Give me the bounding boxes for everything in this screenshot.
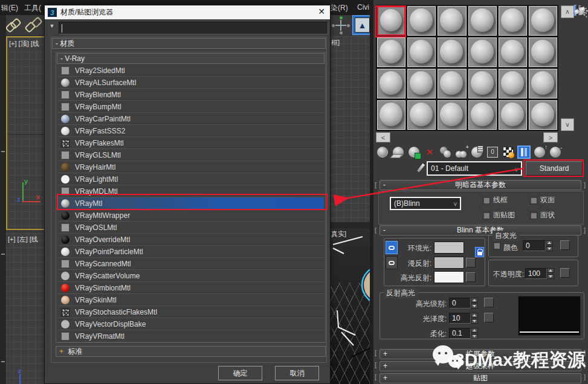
snap-toggle-icon[interactable] <box>332 16 350 34</box>
selfillum-color-checkbox[interactable] <box>493 242 500 249</box>
sample-slot-7[interactable] <box>377 37 405 67</box>
selfillum-value-field[interactable]: 0 <box>523 240 546 251</box>
material-item-VRayMtl[interactable]: VRayMtl <box>57 197 324 210</box>
group-header-standard[interactable]: + 标准 <box>56 346 326 357</box>
checkbox-双面[interactable]: 双面 <box>530 195 577 205</box>
material-name-dropdown[interactable]: 01 - Default ∨ <box>427 161 522 176</box>
material-item-VRayGLSLMtl[interactable]: VRayGLSLMtl <box>57 149 324 161</box>
sample-slot-6[interactable] <box>529 6 557 36</box>
close-icon[interactable]: ✕ <box>318 7 325 16</box>
material-type-button[interactable]: Standard <box>526 161 583 176</box>
viewport-front-fragment[interactable]: 框] <box>329 36 370 222</box>
sample-slot-21[interactable] <box>438 100 466 130</box>
material-item-VRayCarPaintMtl[interactable]: VRayCarPaintMtl <box>57 113 324 125</box>
sample-slot-9[interactable] <box>438 37 466 67</box>
material-item-VRayMtlWrapper[interactable]: VRayMtlWrapper <box>57 210 324 222</box>
viewport-front-label-fragment[interactable]: 框] <box>331 38 340 47</box>
sample-slot-22[interactable] <box>468 100 497 130</box>
specular-color-swatch[interactable] <box>434 271 464 283</box>
material-item-VRayHairMtl[interactable]: VRayHairMtl <box>57 161 324 173</box>
show-map-in-viewport-icon[interactable] <box>503 147 514 158</box>
put-material-to-scene-icon[interactable] <box>393 147 404 158</box>
sample-slot-8[interactable] <box>407 37 436 67</box>
sample-slot-23[interactable] <box>499 100 527 130</box>
dialog-title-bar[interactable]: 3 材质/贴图浏览器 ✕ <box>45 5 330 19</box>
rollout-扩展参数[interactable]: +扩展参数 <box>380 349 581 359</box>
material-item-VRayBumpMtl[interactable]: VRayBumpMtl <box>57 101 324 113</box>
material-item-VRayStochasticFlakesMtl[interactable]: VRayStochasticFlakesMtl <box>57 306 324 318</box>
sample-slot-3[interactable] <box>438 6 466 36</box>
material-map-navigator-icon[interactable] <box>579 5 580 15</box>
reset-material-icon[interactable]: ✕ <box>424 147 435 158</box>
opacity-value-field[interactable]: 100 <box>525 268 547 279</box>
search-input[interactable] <box>59 22 328 34</box>
menu-render-fragment[interactable]: 染(R) <box>331 3 348 13</box>
param-spinner[interactable] <box>471 328 478 339</box>
sample-slot-12[interactable] <box>529 37 557 67</box>
opacity-map-button[interactable] <box>560 268 570 278</box>
slots-scroll-left-button[interactable]: < <box>376 132 390 142</box>
cancel-button[interactable]: 取消 <box>275 366 319 380</box>
material-item-VRayOSLMtl[interactable]: VRayOSLMtl <box>57 222 324 234</box>
material-id-channel-icon[interactable]: 0 <box>487 147 498 158</box>
material-item-VRayVectorDisplBake[interactable]: VRayVectorDisplBake <box>57 318 324 330</box>
param-spinner[interactable] <box>471 298 478 309</box>
material-item-VRay2SidedMtl[interactable]: VRay2SidedMtl <box>57 65 324 77</box>
menu-civil-fragment[interactable]: Civi <box>357 3 369 11</box>
ok-button[interactable]: 确定 <box>218 366 262 380</box>
opacity-spinner[interactable] <box>547 268 554 279</box>
viewport-bottom[interactable]: [+] [左] [线 z <box>6 233 45 384</box>
sample-slot-14[interactable] <box>407 69 436 98</box>
material-item-VRaySimbiontMtl[interactable]: VRaySimbiontMtl <box>57 282 324 294</box>
checkbox-面状[interactable]: 面状 <box>530 210 577 220</box>
shader-type-dropdown[interactable]: (B)Blinn ∨ <box>390 197 461 210</box>
group-header-vray[interactable]: - V-Ray <box>57 53 325 64</box>
sample-slot-2[interactable] <box>407 6 436 36</box>
sample-slot-24[interactable] <box>529 100 557 130</box>
selfillum-spinner[interactable] <box>546 240 553 251</box>
sample-slot-19[interactable] <box>377 100 405 130</box>
put-to-library-icon[interactable] <box>471 147 482 158</box>
menu-edit-fragment[interactable]: 辑(E) <box>1 3 18 13</box>
diffuse-map-button[interactable] <box>466 258 476 267</box>
checkbox-面贴图[interactable]: 面贴图 <box>483 210 530 220</box>
checkbox-线框[interactable]: 线框 <box>483 195 530 205</box>
rollout-超级采样[interactable]: +超级采样 <box>380 361 581 371</box>
material-item-VRayOverrideMtl[interactable]: VRayOverrideMtl <box>57 234 324 246</box>
viewport-top[interactable]: [+] [顶] [线 y x z <box>6 36 45 230</box>
rollout-贴图[interactable]: +贴图 <box>380 373 581 383</box>
go-forward-sibling-icon[interactable]: → <box>550 147 561 158</box>
slots-scroll-down-button[interactable]: ∨ <box>561 118 574 131</box>
material-item-VRayScannedMtl[interactable]: VRayScannedMtl <box>57 258 324 270</box>
material-item-VRayBlendMtl[interactable]: VRayBlendMtl <box>57 89 324 101</box>
material-item-VRayMDLMtl[interactable]: VRayMDLMtl <box>57 185 324 197</box>
sample-slot-17[interactable] <box>499 69 527 98</box>
sample-slot-4[interactable] <box>468 6 497 36</box>
material-item-VRayPointParticleMtl[interactable]: VRayPointParticleMtl <box>57 246 324 258</box>
material-item-VRayALSurfaceMtl[interactable]: VRayALSurfaceMtl <box>57 77 324 89</box>
param-value-field[interactable]: 0.1 <box>449 328 471 339</box>
material-item-VRaySkinMtl[interactable]: VRaySkinMtl <box>57 294 324 306</box>
material-item-VRayFlakesMtl[interactable]: VRayFlakesMtl <box>57 137 324 149</box>
menu-tools-fragment[interactable]: 工具( <box>24 3 41 13</box>
select-and-link-icon[interactable] <box>6 19 21 32</box>
viewport-perspective-fragment[interactable]: 真实] <box>329 228 370 384</box>
viewport-bottom-label[interactable]: [+] [左] [线 <box>8 235 38 244</box>
checkbox-box[interactable] <box>530 197 537 204</box>
sample-slot-5[interactable] <box>499 6 527 36</box>
specular-map-button[interactable] <box>466 272 476 282</box>
lock-diffuse-specular-button[interactable] <box>386 256 398 269</box>
diffuse-color-swatch[interactable] <box>434 257 464 269</box>
get-material-icon[interactable] <box>377 147 388 158</box>
material-item-VRayFastSSS2[interactable]: VRayFastSSS2 <box>57 125 324 137</box>
show-end-result-icon[interactable] <box>519 147 529 158</box>
material-item-VRayLightMtl[interactable]: VRayLightMtl <box>57 173 324 185</box>
sample-slot-18[interactable] <box>529 69 557 98</box>
material-item-VRayScatterVolume[interactable]: VRayScatterVolume <box>57 270 324 282</box>
rollout-shader-basic-params[interactable]: - 明暗器基本参数 <box>380 180 581 190</box>
sample-slot-13[interactable] <box>377 69 405 98</box>
param-spinner[interactable] <box>471 313 478 324</box>
make-unique-icon[interactable]: + <box>456 147 467 158</box>
checkbox-box[interactable] <box>483 212 490 219</box>
material-item-VRayVRmatMtl[interactable]: VRayVRmatMtl <box>57 330 324 342</box>
